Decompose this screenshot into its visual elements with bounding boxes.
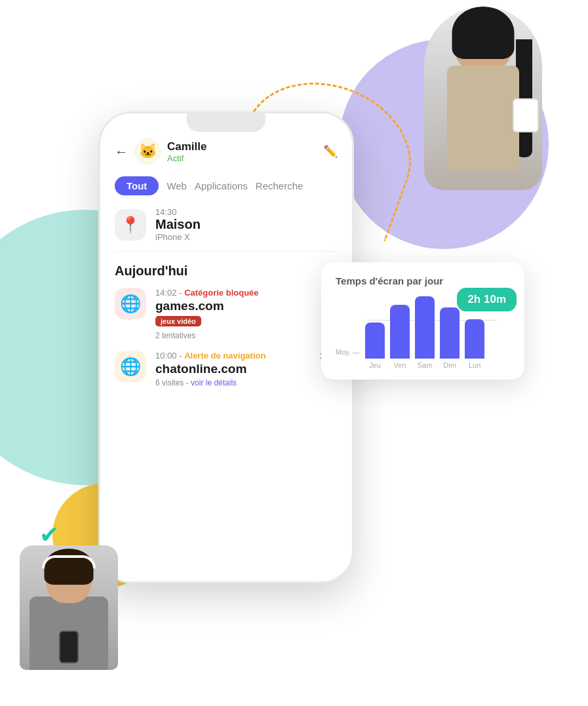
tabs-row: Tout Web Applications Recherche [115, 176, 338, 195]
bar-label-jeu: Jeu [369, 361, 381, 369]
phone-mockup: ← 🐱 Camille Actif ✏️ Tout Web Applicatio… [98, 111, 354, 583]
bar-sun [440, 307, 460, 359]
moy-label: Moy. — [336, 348, 360, 356]
girl-figure [20, 539, 125, 670]
activity-icon-warning: 🌐 [115, 351, 146, 382]
bar-sat [415, 296, 435, 359]
attempts-label: 2 tentatives [155, 331, 338, 340]
back-button[interactable]: ← [115, 144, 128, 159]
phone-notch [187, 113, 265, 132]
location-time: 14:30 [155, 207, 201, 217]
bar-dim: Dim [440, 307, 460, 369]
location-name: Maison [155, 217, 201, 232]
location-device: iPhone X [155, 232, 201, 242]
activity-details-games: 14:02 - Catégorie bloquée games.com jeux… [155, 288, 338, 340]
user-name: Camille [167, 140, 206, 153]
activity-icon-blocked: 🌐 [115, 288, 146, 319]
chart-title: Temps d'écran par jour [336, 275, 510, 286]
category-tag: jeux vidéo [155, 316, 201, 326]
activity-item-games: 🌐 14:02 - Catégorie bloquée games.com je… [115, 288, 338, 340]
edit-button[interactable]: ✏️ [323, 144, 338, 159]
chart-card: Temps d'écran par jour Moy. — Jeu Ven Sa… [321, 262, 524, 380]
bar-label-dim: Dim [443, 361, 456, 369]
avatar: 🐱 [134, 138, 161, 165]
bar-fri [390, 305, 410, 359]
bar-ven: Ven [390, 305, 410, 369]
activity-details-chat: 10:00 - Alerte de navigation chatonline.… [155, 351, 311, 387]
user-status: Actif [167, 153, 206, 163]
activity-item-chatonline: 🌐 10:00 - Alerte de navigation chatonlin… [115, 351, 338, 387]
phone-header: ← 🐱 Camille Actif ✏️ [115, 138, 338, 165]
woman-figure [418, 7, 549, 197]
bar-label-sam: Sam [418, 361, 433, 369]
bar-label-lun: Lun [469, 361, 480, 369]
tab-recherche[interactable]: Recherche [256, 180, 304, 191]
bar-sam: Sam [415, 296, 435, 369]
tab-web[interactable]: Web [167, 180, 187, 191]
activity-domain-games: games.com [155, 299, 338, 313]
section-today: Aujourd'hui [115, 264, 338, 279]
see-details-link[interactable]: voir le détails [191, 378, 237, 387]
location-icon: 📍 [115, 209, 146, 241]
bar-thu [365, 323, 385, 359]
tab-applications[interactable]: Applications [195, 180, 248, 191]
activity-time-games: 14:02 - Catégorie bloquée [155, 288, 338, 298]
warning-label: Alerte de navigation [184, 351, 265, 361]
tab-tout[interactable]: Tout [115, 176, 159, 195]
bar-label-ven: Ven [394, 361, 406, 369]
bar-jeu: Jeu [365, 323, 385, 369]
blocked-label: Catégorie bloquée [184, 288, 258, 298]
activity-time-chat: 10:00 - Alerte de navigation [155, 351, 311, 361]
bar-mon [465, 319, 484, 359]
activity-domain-chat: chatonline.com [155, 362, 311, 376]
leaf-decoration: ✔ [39, 521, 59, 549]
location-row: 📍 14:30 Maison iPhone X [115, 207, 338, 252]
visits-label: 6 visites - voir le détails [155, 378, 311, 387]
bar-lun: Lun [465, 319, 484, 369]
chart-bars: Jeu Ven Sam Dim Lun [365, 297, 484, 369]
